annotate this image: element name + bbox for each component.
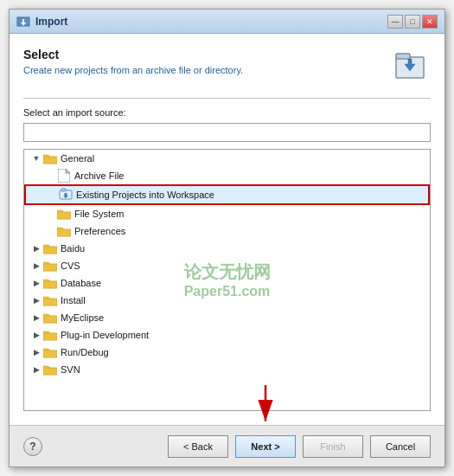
tree-item-baidu[interactable]: ▶ Baidu (24, 240, 430, 257)
tree-item-plugin-dev[interactable]: ▶ Plug-in Development (24, 326, 430, 344)
tree-label-preferences: Preferences (74, 226, 125, 236)
svg-marker-5 (66, 169, 70, 173)
tree-container[interactable]: ▼ General (23, 149, 431, 411)
tree-label-general: General (61, 153, 94, 164)
toggle-filesystem (45, 209, 55, 219)
header-text: Select Create new projects from an archi… (23, 48, 380, 75)
folder-icon-cvs (43, 259, 57, 273)
finish-button[interactable]: Finish (303, 435, 363, 458)
tree-item-general[interactable]: ▼ General (24, 150, 430, 167)
tree-item-preferences[interactable]: Preferences (24, 222, 430, 240)
tree-label-baidu: Baidu (61, 243, 85, 254)
tree-label-svn: SVN (61, 364, 80, 375)
next-button-container: Next > (235, 435, 296, 458)
title-bar-buttons: — □ ✕ (387, 15, 438, 29)
folder-icon-svn (43, 363, 57, 376)
folder-icon-filesystem (57, 207, 71, 221)
tree-item-cvs[interactable]: ▶ CVS (24, 257, 430, 274)
toggle-svn[interactable]: ▶ (31, 364, 42, 375)
title-bar: Import — □ ✕ (10, 10, 444, 34)
folder-icon-general (43, 151, 57, 165)
tree-label-filesystem: File System (74, 209, 124, 219)
back-button[interactable]: < Back (168, 435, 228, 458)
header-divider (23, 98, 431, 99)
tree-label-install: Install (61, 295, 86, 306)
dialog-content: Select Create new projects from an archi… (10, 34, 444, 425)
folder-icon-database (43, 276, 57, 290)
folder-icon-plugin (43, 328, 57, 342)
tree-label-database: Database (61, 278, 101, 288)
source-label: Select an import source: (23, 107, 431, 118)
tree-label-archive: Archive File (74, 170, 124, 181)
folder-icon-myeclipse (43, 311, 57, 325)
maximize-button[interactable]: □ (405, 15, 420, 29)
tree-label-existing: Existing Projects into Workspace (76, 190, 214, 200)
tree-label-myeclipse: MyEclipse (61, 312, 104, 323)
header-section: Select Create new projects from an archi… (23, 48, 431, 84)
import-icon (393, 50, 427, 81)
folder-icon-baidu (43, 241, 57, 255)
tree-item-existing-projects[interactable]: Existing Projects into Workspace (24, 184, 430, 205)
svg-rect-2 (396, 54, 410, 59)
folder-icon-preferences (57, 224, 71, 238)
toggle-plugin[interactable]: ▶ (31, 330, 42, 340)
button-bar: ? < Back Next > Finish Cancel (10, 425, 444, 466)
toggle-database[interactable]: ▶ (31, 278, 42, 288)
tree-label-rundebug: Run/Debug (61, 347, 109, 357)
tree-item-svn[interactable]: ▶ SVN (24, 361, 430, 378)
tree-item-archive-file[interactable]: Archive File (24, 167, 430, 184)
svg-rect-9 (57, 229, 71, 236)
toggle-general[interactable]: ▼ (31, 153, 42, 164)
svg-rect-3 (43, 157, 57, 164)
page-title: Select (23, 48, 380, 61)
import-dialog: Import — □ ✕ Select Create new projects … (9, 9, 445, 467)
svg-rect-11 (43, 264, 57, 271)
svg-rect-14 (43, 316, 57, 323)
svg-rect-13 (43, 299, 57, 306)
title-bar-title: Import (35, 16, 387, 28)
tree-item-run-debug[interactable]: ▶ Run/Debug (24, 344, 430, 361)
toggle-existing (47, 190, 57, 200)
tree-item-database[interactable]: ▶ Database (24, 274, 430, 292)
help-button[interactable]: ? (23, 437, 42, 456)
svg-rect-12 (43, 281, 57, 288)
red-arrow (244, 385, 287, 428)
svg-rect-16 (43, 351, 57, 357)
close-button[interactable]: ✕ (422, 15, 438, 29)
tree-item-install[interactable]: ▶ Install (24, 292, 430, 309)
toggle-install[interactable]: ▶ (31, 295, 42, 306)
tree-item-file-system[interactable]: File System (24, 205, 430, 222)
page-subtitle: Create new projects from an archive file… (23, 65, 380, 75)
svg-rect-15 (43, 333, 57, 340)
minimize-button[interactable]: — (387, 15, 403, 29)
cancel-button[interactable]: Cancel (370, 435, 431, 458)
toggle-cvs[interactable]: ▶ (31, 261, 42, 271)
next-button[interactable]: Next > (235, 435, 296, 458)
svg-rect-7 (61, 189, 66, 191)
search-input[interactable] (23, 123, 431, 142)
folder-icon-install (43, 293, 57, 307)
toggle-archive (45, 170, 55, 181)
project-icon-existing (59, 188, 73, 202)
svg-rect-10 (43, 247, 57, 254)
toggle-myeclipse[interactable]: ▶ (31, 312, 42, 323)
folder-icon-rundebug (43, 345, 57, 359)
tree-item-myeclipse[interactable]: ▶ MyEclipse (24, 309, 430, 326)
tree-label-cvs: CVS (61, 261, 80, 271)
svg-rect-17 (43, 368, 57, 375)
toggle-baidu[interactable]: ▶ (31, 243, 42, 254)
toggle-rundebug[interactable]: ▶ (31, 347, 42, 357)
svg-rect-8 (57, 212, 71, 219)
header-icon (389, 48, 431, 84)
title-bar-icon (16, 15, 30, 29)
file-icon-archive (57, 169, 71, 183)
tree-label-plugin: Plug-in Development (61, 330, 149, 340)
toggle-preferences (45, 226, 55, 236)
